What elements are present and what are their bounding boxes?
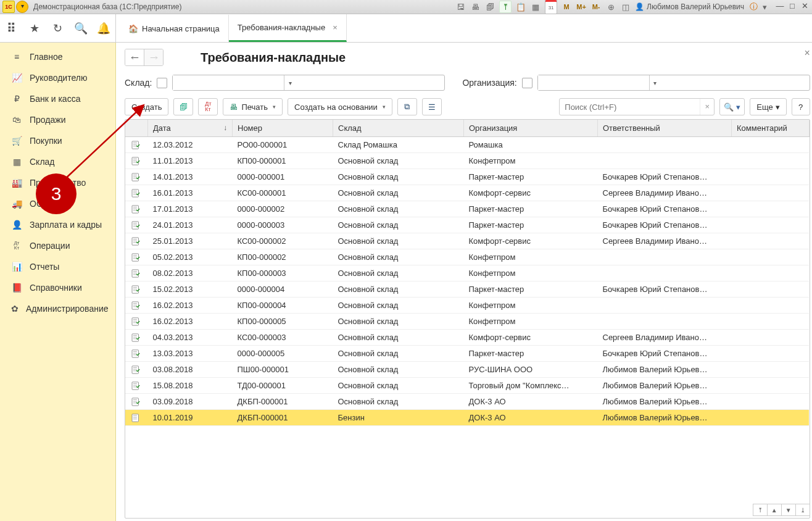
search-run-button[interactable]: 🔍 ▾ (719, 98, 745, 115)
sidebar-item-2[interactable]: ₽Банк и касса (0, 88, 115, 109)
sidebar-item-1[interactable]: 📈Руководителю (0, 67, 115, 88)
sidebar-item-10[interactable]: 📊Отчеты (0, 256, 115, 277)
table-row[interactable]: 25.01.2013КС00-000002Основной складКомфо… (125, 233, 809, 249)
back-button[interactable]: 🡐 (125, 49, 144, 65)
calendar-icon[interactable]: 31 (545, 0, 557, 14)
help-button[interactable]: ? (792, 98, 810, 115)
table-row[interactable]: 16.02.2013КП00-000005Основной складКонфе… (125, 314, 809, 330)
search-input[interactable] (560, 102, 700, 112)
search-icon[interactable]: 🔍 (74, 22, 88, 35)
cell-org: РУС-ШИНА ООО (464, 362, 598, 378)
col-number-header[interactable]: Номер (233, 120, 333, 137)
table-row[interactable]: 24.01.20130000-000003Основной складПарке… (125, 217, 809, 233)
svg-rect-40 (132, 302, 139, 309)
table-row[interactable]: 05.02.2013КП00-000002Основной складКонфе… (125, 249, 809, 265)
filter-org-dropdown[interactable]: ▾ (649, 75, 661, 90)
print-button[interactable]: 🖶 Печать ▾ (223, 98, 283, 115)
table-row[interactable]: 14.01.20130000-000001Основной складПарке… (125, 169, 809, 185)
sidebar-item-5[interactable]: ▦Склад (0, 151, 115, 172)
col-icon-header[interactable] (125, 120, 148, 137)
sidebar-item-9[interactable]: ДтКтОперации (0, 235, 115, 256)
structure-button[interactable]: ⧉ (397, 98, 417, 115)
sidebar-item-0[interactable]: ≡Главное (0, 46, 115, 67)
filter-org-checkbox[interactable] (522, 78, 532, 88)
table-row[interactable]: 16.02.2013КП00-000004Основной складКонфе… (125, 298, 809, 314)
col-comment-header[interactable]: Комментарий (732, 120, 810, 137)
dropdown-icon[interactable]: ▾ (759, 1, 770, 12)
table-row[interactable]: 15.02.20130000-000004Основной складПарке… (125, 281, 809, 298)
table-row[interactable]: 10.01.2019ДКБП-000001БензинДОК-3 АОЛюбим… (125, 410, 809, 426)
page-close-button[interactable]: × (804, 48, 810, 59)
filter-warehouse-input[interactable] (173, 75, 284, 90)
clipboard-icon[interactable]: 📋 (515, 1, 526, 12)
sidebar-item-3[interactable]: 🛍Продажи (0, 109, 115, 130)
tab-home[interactable]: 🏠 Начальная страница (120, 15, 229, 42)
more-button[interactable]: Еще ▾ (750, 98, 786, 115)
tab-close-icon[interactable]: × (333, 23, 338, 32)
cell-date: 24.01.2013 (148, 217, 233, 233)
document-icon (131, 285, 141, 294)
app-logo-icon: 1С (2, 1, 15, 13)
memory-mminus-icon[interactable]: M- (590, 1, 602, 12)
apps-grid-icon[interactable]: ⠿ (5, 21, 19, 36)
table-row[interactable]: 03.09.2018ДКБП-000001Основной складДОК-3… (125, 394, 809, 410)
save-icon[interactable]: 🖫 (455, 1, 466, 12)
table-row[interactable]: 13.03.20130000-000005Основной складПарке… (125, 346, 809, 362)
table-row[interactable]: 16.01.2013КС00-000001Основной складКомфо… (125, 185, 809, 201)
cell-resp (598, 265, 732, 281)
print-icon[interactable]: 🖶 (470, 1, 481, 12)
col-resp-header[interactable]: Ответственный (598, 120, 732, 137)
tab-requirements[interactable]: Требования-накладные × (229, 14, 347, 42)
notifications-bell-icon[interactable]: 🔔 (97, 22, 110, 35)
sidebar-item-7[interactable]: 🚚ОС и НМА (0, 193, 115, 214)
create-button[interactable]: Создать (125, 98, 168, 115)
cell-number: КП00-000005 (233, 314, 333, 330)
memory-m-icon[interactable]: M (561, 1, 572, 12)
sidebar-item-12[interactable]: ✿Администрирование (0, 298, 115, 319)
col-store-header[interactable]: Склад (333, 120, 464, 137)
table-row[interactable]: 17.01.20130000-000002Основной складПарке… (125, 201, 809, 217)
scroll-up-button[interactable]: ▲ (767, 504, 782, 516)
sidebar-item-4[interactable]: 🛒Покупки (0, 130, 115, 151)
table-row[interactable]: 15.08.2018ТД00-000001Основной складТорго… (125, 378, 809, 394)
search-clear-button[interactable]: × (700, 99, 714, 115)
sidebar-item-6[interactable]: 🏭Производство (0, 172, 115, 193)
zoom-icon[interactable]: ⊕ (605, 1, 616, 12)
filter-warehouse-dropdown[interactable]: ▾ (284, 75, 296, 90)
close-window-button[interactable]: ✕ (800, 2, 810, 11)
filter-org-input[interactable] (538, 75, 649, 90)
svg-rect-12 (132, 190, 139, 197)
calculator-icon[interactable]: ▦ (530, 1, 541, 12)
create-based-button[interactable]: Создать на основании ▾ (288, 98, 392, 115)
scroll-bottom-button[interactable]: ⤓ (795, 504, 810, 516)
app-menu-dropdown[interactable]: ▾ (16, 1, 28, 13)
maximize-button[interactable]: □ (787, 2, 797, 11)
forward-button[interactable]: 🡒 (144, 49, 163, 65)
compare-icon[interactable]: ⤒ (499, 1, 512, 13)
scroll-down-button[interactable]: ▼ (781, 504, 796, 516)
cell-comment (732, 201, 810, 217)
form-view-button[interactable]: ☰ (422, 98, 442, 115)
favorites-star-icon[interactable]: ★ (28, 22, 41, 35)
minimize-button[interactable]: — (775, 2, 785, 11)
preview-icon[interactable]: 🗐 (484, 1, 495, 12)
filter-warehouse-checkbox[interactable] (157, 78, 167, 88)
table-row[interactable]: 12.03.2012РО00-000001Склад РомашкаРомашк… (125, 137, 809, 153)
sidebar-item-8[interactable]: 👤Зарплата и кадры (0, 214, 115, 235)
current-user[interactable]: 👤 Любимов Валерий Юрьевич (635, 2, 744, 11)
sidebar-item-11[interactable]: 📕Справочники (0, 277, 115, 298)
table-row[interactable]: 08.02.2013КП00-000003Основной складКонфе… (125, 265, 809, 281)
history-icon[interactable]: ↻ (51, 22, 64, 35)
info-icon[interactable]: ⓘ (748, 1, 759, 12)
memory-mplus-icon[interactable]: M+ (576, 1, 587, 12)
table-row[interactable]: 03.08.2018ПШ00-000001Основной складРУС-Ш… (125, 362, 809, 378)
rows-icon: ☰ (428, 102, 436, 112)
dtkt-button[interactable]: ДтКт (198, 98, 218, 115)
col-org-header[interactable]: Организация (464, 120, 598, 137)
col-date-header[interactable]: Дата ↓ (148, 120, 233, 137)
panels-icon[interactable]: ◫ (620, 1, 631, 12)
copy-doc-button[interactable]: 🗐 (173, 98, 193, 115)
scroll-top-button[interactable]: ⤒ (753, 504, 768, 516)
table-row[interactable]: 04.03.2013КС00-000003Основной складКомфо… (125, 330, 809, 346)
table-row[interactable]: 11.01.2013КП00-000001Основной складКонфе… (125, 153, 809, 169)
